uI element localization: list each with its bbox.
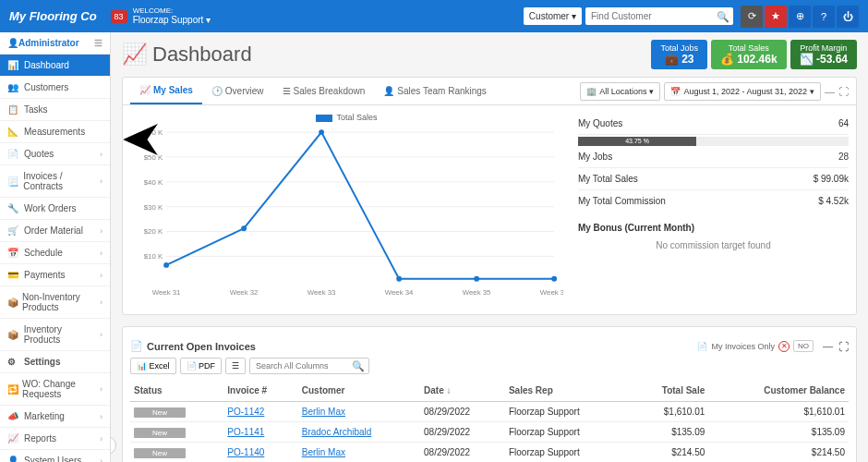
columns-button[interactable]: ☰ bbox=[225, 358, 246, 374]
search-icon[interactable]: 🔍 bbox=[717, 11, 729, 23]
col-status[interactable]: Status bbox=[130, 380, 223, 402]
quotes-progress: 43.75 % bbox=[578, 137, 849, 146]
invoices-panel: 📄 Current Open Invoices 📄 My Invoices On… bbox=[122, 326, 857, 462]
customer-type-dropdown[interactable]: Customer ▾ bbox=[524, 7, 582, 25]
invoice-link[interactable]: PO-1141 bbox=[227, 427, 264, 437]
svg-point-22 bbox=[396, 276, 402, 282]
invoices-table: StatusInvoice #CustomerDate ↓Sales RepTo… bbox=[130, 380, 849, 462]
sidebar-item-measurements[interactable]: 📐Measurements bbox=[0, 121, 110, 143]
nav-icon: 💳 bbox=[7, 270, 20, 280]
col-total-sale[interactable]: Total Sale bbox=[629, 380, 708, 402]
tab-icon: 🕑 bbox=[211, 86, 223, 96]
svg-text:Week 31: Week 31 bbox=[152, 288, 181, 297]
col-customer-balance[interactable]: Customer Balance bbox=[708, 380, 849, 402]
table-row: NewPO-1140Berlin Max08/29/2022Floorzap S… bbox=[130, 443, 849, 463]
sidebar-item-inventory-products[interactable]: 📦Inventory Products› bbox=[0, 319, 110, 351]
export-excel-button[interactable]: 📊 Excel bbox=[130, 358, 176, 374]
date-range-filter[interactable]: 📅 August 1, 2022 - August 31, 2022 ▾ bbox=[664, 82, 821, 101]
panel-expand-icon[interactable]: ⛶ bbox=[838, 86, 849, 97]
sidebar-item-non-inventory-products[interactable]: 📦Non-Inventory Products› bbox=[0, 286, 110, 319]
tab-sales-breakdown[interactable]: ☰Sales Breakdown bbox=[273, 79, 375, 103]
admin-header[interactable]: 👤 Administrator ☰ bbox=[0, 32, 110, 55]
nav-icon: 📈 bbox=[7, 433, 20, 444]
chevron-right-icon: › bbox=[100, 176, 102, 186]
help-button[interactable]: ⊕ bbox=[789, 6, 811, 28]
customer-link[interactable]: Bradoc Archibald bbox=[302, 427, 372, 437]
invoice-link[interactable]: PO-1140 bbox=[227, 447, 264, 457]
notification-badge[interactable]: 83 bbox=[111, 10, 127, 23]
tab-my-sales[interactable]: 📈My Sales bbox=[130, 78, 202, 104]
svg-text:$50 K: $50 K bbox=[144, 153, 163, 162]
chart-area-icon: 📈 bbox=[122, 43, 147, 67]
invoices-title: Current Open Invoices bbox=[147, 341, 256, 352]
svg-point-20 bbox=[241, 225, 247, 231]
invoice-link[interactable]: PO-1142 bbox=[227, 407, 264, 417]
user-menu[interactable]: Floorzap Support ▾ bbox=[133, 15, 211, 26]
svg-text:$10 K: $10 K bbox=[144, 252, 163, 261]
favorite-button[interactable]: ★ bbox=[765, 6, 787, 28]
tab-overview[interactable]: 🕑Overview bbox=[202, 79, 273, 103]
sidebar-item-invoices-contracts[interactable]: 📃Invoices / Contracts› bbox=[0, 165, 110, 198]
sidebar-item-order-material[interactable]: 🛒Order Material› bbox=[0, 220, 110, 242]
nav-icon: 🔁 bbox=[7, 384, 18, 395]
bonus-message: No commission target found bbox=[578, 240, 849, 250]
col-customer[interactable]: Customer bbox=[298, 380, 420, 402]
col-sales-rep[interactable]: Sales Rep bbox=[505, 380, 629, 402]
customer-search-input[interactable] bbox=[585, 7, 733, 25]
my-invoices-toggle[interactable]: 📄 My Invoices Only ✕ NO bbox=[697, 340, 814, 352]
sidebar-item-settings[interactable]: ⚙Settings bbox=[0, 351, 110, 373]
chevron-right-icon: › bbox=[100, 226, 102, 236]
svg-text:$30 K: $30 K bbox=[144, 203, 163, 212]
panel-minimize-icon[interactable]: — bbox=[823, 341, 833, 352]
support-button[interactable]: ? bbox=[813, 6, 835, 28]
power-button[interactable]: ⏻ bbox=[837, 6, 859, 28]
sidebar-item-marketing[interactable]: 📣Marketing› bbox=[0, 406, 110, 428]
sidebar-item-payments[interactable]: 💳Payments› bbox=[0, 264, 110, 286]
sidebar-item-dashboard[interactable]: 📊Dashboard bbox=[0, 55, 110, 77]
sidebar-item-work-orders[interactable]: 🔧Work Orders bbox=[0, 198, 110, 220]
sidebar-item-customers[interactable]: 👥Customers bbox=[0, 77, 110, 99]
nav-icon: 📦 bbox=[7, 330, 20, 340]
nav-icon: 👤 bbox=[7, 456, 20, 462]
stat-card-total-jobs: Total Jobs💼 23 bbox=[651, 40, 707, 69]
nav-icon: 📐 bbox=[7, 127, 20, 137]
customer-link[interactable]: Berlin Max bbox=[302, 407, 345, 417]
chevron-right-icon: › bbox=[100, 412, 102, 421]
nav-icon: ⚙ bbox=[7, 357, 20, 367]
sidebar-collapse-button[interactable]: ⟨ bbox=[111, 436, 116, 455]
svg-text:Week 32: Week 32 bbox=[230, 288, 259, 297]
sidebar-item-quotes[interactable]: 📄Quotes› bbox=[0, 143, 110, 165]
nav-icon: 📦 bbox=[7, 298, 18, 308]
tab-icon: 👤 bbox=[383, 86, 394, 96]
svg-text:$40 K: $40 K bbox=[144, 178, 163, 187]
svg-text:$20 K: $20 K bbox=[144, 227, 163, 236]
tab-sales-team-rankings[interactable]: 👤Sales Team Rankings bbox=[374, 79, 496, 103]
page-title: 📈 Dashboard bbox=[122, 43, 252, 67]
location-filter[interactable]: 🏢All Locations ▾ bbox=[580, 82, 660, 101]
sidebar-item-system-users[interactable]: 👤System Users› bbox=[0, 450, 110, 462]
sidebar-item-reports[interactable]: 📈Reports› bbox=[0, 428, 110, 450]
panel-minimize-icon[interactable]: — bbox=[825, 86, 835, 97]
svg-point-19 bbox=[163, 262, 169, 268]
refresh-button[interactable]: ⟳ bbox=[741, 6, 763, 28]
sidebar-item-tasks[interactable]: 📋Tasks bbox=[0, 99, 110, 121]
chevron-right-icon: › bbox=[100, 456, 102, 463]
app-logo: My Flooring Co bbox=[9, 9, 97, 23]
menu-icon[interactable]: ☰ bbox=[94, 38, 102, 48]
customer-link[interactable]: Berlin Max bbox=[302, 447, 345, 457]
col-date[interactable]: Date ↓ bbox=[420, 380, 505, 402]
stat-card-total-sales: Total Sales💰 102.46k bbox=[711, 40, 787, 69]
user-icon: 👤 bbox=[7, 38, 18, 48]
status-badge: New bbox=[134, 448, 186, 458]
col-invoice-[interactable]: Invoice # bbox=[223, 380, 297, 402]
export-pdf-button[interactable]: 📄 PDF bbox=[180, 358, 223, 374]
panel-expand-icon[interactable]: ⛶ bbox=[838, 341, 849, 352]
nav-icon: 👥 bbox=[7, 82, 20, 92]
sales-chart: Total Sales $10 K$20 K$30 K$40 K$50 K$60… bbox=[130, 113, 563, 307]
chevron-right-icon: › bbox=[100, 150, 102, 159]
svg-text:Week 34: Week 34 bbox=[385, 288, 414, 297]
sidebar-item-wo-change-requests[interactable]: 🔁WO: Change Requests› bbox=[0, 373, 110, 406]
tab-icon: 📈 bbox=[139, 85, 151, 95]
svg-text:Week 33: Week 33 bbox=[307, 288, 336, 297]
sidebar-item-schedule[interactable]: 📅Schedule› bbox=[0, 242, 110, 264]
